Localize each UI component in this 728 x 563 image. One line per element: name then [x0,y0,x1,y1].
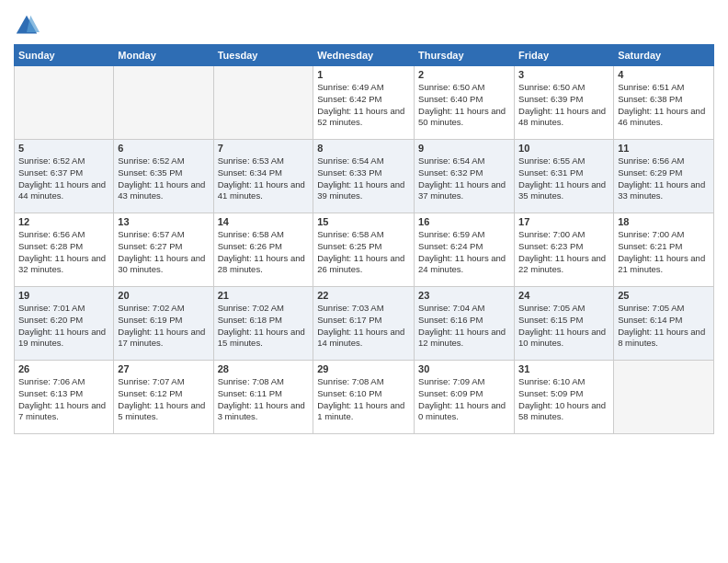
day-number: 16 [418,216,510,227]
day-info: Sunrise: 7:00 AMSunset: 6:21 PMDaylight:… [618,229,710,276]
calendar-cell-r0-c2 [213,66,313,140]
day-number: 12 [18,216,109,227]
day-number: 4 [618,69,710,80]
day-number: 24 [518,290,609,301]
day-number: 27 [118,363,209,374]
day-number: 30 [418,363,510,374]
day-number: 6 [118,143,209,154]
day-number: 31 [518,363,609,374]
day-info: Sunrise: 6:53 AMSunset: 6:34 PMDaylight:… [218,155,310,202]
calendar-cell-r1-c0: 5Sunrise: 6:52 AMSunset: 6:37 PMDaylight… [15,140,114,213]
day-number: 8 [317,143,410,154]
calendar: SundayMondayTuesdayWednesdayThursdayFrid… [14,44,714,434]
day-number: 22 [317,290,410,301]
day-number: 7 [218,143,310,154]
day-info: Sunrise: 7:04 AMSunset: 6:16 PMDaylight:… [418,303,510,350]
weekday-header-sunday: Sunday [15,45,114,66]
day-info: Sunrise: 7:08 AMSunset: 6:11 PMDaylight:… [218,376,310,423]
day-info: Sunrise: 7:05 AMSunset: 6:14 PMDaylight:… [618,303,710,350]
day-info: Sunrise: 7:07 AMSunset: 6:12 PMDaylight:… [118,376,209,423]
day-info: Sunrise: 7:09 AMSunset: 6:09 PMDaylight:… [418,376,510,423]
day-info: Sunrise: 6:50 AMSunset: 6:39 PMDaylight:… [518,82,609,129]
day-number: 10 [518,143,609,154]
calendar-cell-r2-c6: 18Sunrise: 7:00 AMSunset: 6:21 PMDayligh… [614,213,714,287]
day-number: 5 [18,143,109,154]
day-info: Sunrise: 7:05 AMSunset: 6:15 PMDaylight:… [518,303,609,350]
day-number: 1 [317,69,410,80]
day-number: 18 [618,216,710,227]
day-info: Sunrise: 6:52 AMSunset: 6:37 PMDaylight:… [18,155,109,202]
day-info: Sunrise: 7:01 AMSunset: 6:20 PMDaylight:… [18,303,109,350]
day-info: Sunrise: 6:54 AMSunset: 6:33 PMDaylight:… [317,155,410,202]
calendar-cell-r1-c6: 11Sunrise: 6:56 AMSunset: 6:29 PMDayligh… [614,140,714,213]
weekday-header-tuesday: Tuesday [213,45,313,66]
calendar-cell-r4-c3: 29Sunrise: 7:08 AMSunset: 6:10 PMDayligh… [313,361,415,434]
logo [14,13,41,39]
day-info: Sunrise: 6:51 AMSunset: 6:38 PMDaylight:… [618,82,710,129]
svg-marker-1 [27,16,40,32]
calendar-cell-r4-c2: 28Sunrise: 7:08 AMSunset: 6:11 PMDayligh… [213,361,313,434]
day-number: 26 [18,363,109,374]
calendar-cell-r0-c0 [15,66,114,140]
day-number: 2 [418,69,510,80]
day-number: 28 [218,363,310,374]
calendar-row-4: 26Sunrise: 7:06 AMSunset: 6:13 PMDayligh… [15,361,714,434]
calendar-cell-r1-c5: 10Sunrise: 6:55 AMSunset: 6:31 PMDayligh… [515,140,614,213]
calendar-cell-r3-c5: 24Sunrise: 7:05 AMSunset: 6:15 PMDayligh… [515,287,614,361]
calendar-cell-r1-c1: 6Sunrise: 6:52 AMSunset: 6:35 PMDaylight… [114,140,213,213]
calendar-cell-r1-c3: 8Sunrise: 6:54 AMSunset: 6:33 PMDaylight… [313,140,415,213]
day-number: 25 [618,290,710,301]
calendar-cell-r4-c5: 31Sunrise: 6:10 AMSunset: 5:09 PMDayligh… [515,361,614,434]
calendar-cell-r0-c3: 1Sunrise: 6:49 AMSunset: 6:42 PMDaylight… [313,66,415,140]
calendar-cell-r2-c3: 15Sunrise: 6:58 AMSunset: 6:25 PMDayligh… [313,213,415,287]
day-number: 3 [518,69,609,80]
weekday-header-wednesday: Wednesday [313,45,415,66]
calendar-cell-r0-c1 [114,66,213,140]
day-info: Sunrise: 6:50 AMSunset: 6:40 PMDaylight:… [418,82,510,129]
weekday-header-saturday: Saturday [614,45,714,66]
day-number: 11 [618,143,710,154]
calendar-cell-r3-c1: 20Sunrise: 7:02 AMSunset: 6:19 PMDayligh… [114,287,213,361]
day-info: Sunrise: 6:57 AMSunset: 6:27 PMDaylight:… [118,229,209,276]
calendar-row-3: 19Sunrise: 7:01 AMSunset: 6:20 PMDayligh… [15,287,714,361]
calendar-cell-r2-c0: 12Sunrise: 6:56 AMSunset: 6:28 PMDayligh… [15,213,114,287]
calendar-cell-r2-c1: 13Sunrise: 6:57 AMSunset: 6:27 PMDayligh… [114,213,213,287]
day-number: 13 [118,216,209,227]
weekday-header-monday: Monday [114,45,213,66]
day-info: Sunrise: 7:00 AMSunset: 6:23 PMDaylight:… [518,229,609,276]
calendar-cell-r3-c4: 23Sunrise: 7:04 AMSunset: 6:16 PMDayligh… [415,287,515,361]
calendar-row-2: 12Sunrise: 6:56 AMSunset: 6:28 PMDayligh… [15,213,714,287]
day-info: Sunrise: 6:49 AMSunset: 6:42 PMDaylight:… [317,82,410,129]
day-info: Sunrise: 7:08 AMSunset: 6:10 PMDaylight:… [317,376,410,423]
weekday-header-row: SundayMondayTuesdayWednesdayThursdayFrid… [15,45,714,66]
day-number: 21 [218,290,310,301]
day-number: 19 [18,290,109,301]
day-info: Sunrise: 6:59 AMSunset: 6:24 PMDaylight:… [418,229,510,276]
calendar-cell-r2-c2: 14Sunrise: 6:58 AMSunset: 6:26 PMDayligh… [213,213,313,287]
day-info: Sunrise: 6:55 AMSunset: 6:31 PMDaylight:… [518,155,609,202]
calendar-cell-r2-c4: 16Sunrise: 6:59 AMSunset: 6:24 PMDayligh… [415,213,515,287]
day-info: Sunrise: 6:54 AMSunset: 6:32 PMDaylight:… [418,155,510,202]
day-number: 14 [218,216,310,227]
calendar-cell-r4-c0: 26Sunrise: 7:06 AMSunset: 6:13 PMDayligh… [15,361,114,434]
day-info: Sunrise: 6:10 AMSunset: 5:09 PMDaylight:… [518,376,609,423]
day-info: Sunrise: 7:02 AMSunset: 6:19 PMDaylight:… [118,303,209,350]
calendar-cell-r1-c2: 7Sunrise: 6:53 AMSunset: 6:34 PMDaylight… [213,140,313,213]
weekday-header-friday: Friday [515,45,614,66]
day-info: Sunrise: 6:56 AMSunset: 6:29 PMDaylight:… [618,155,710,202]
calendar-cell-r3-c6: 25Sunrise: 7:05 AMSunset: 6:14 PMDayligh… [614,287,714,361]
calendar-cell-r0-c5: 3Sunrise: 6:50 AMSunset: 6:39 PMDaylight… [515,66,614,140]
day-number: 9 [418,143,510,154]
page-container: SundayMondayTuesdayWednesdayThursdayFrid… [0,0,728,443]
day-number: 17 [518,216,609,227]
calendar-cell-r0-c4: 2Sunrise: 6:50 AMSunset: 6:40 PMDaylight… [415,66,515,140]
header [14,9,714,39]
day-info: Sunrise: 7:02 AMSunset: 6:18 PMDaylight:… [218,303,310,350]
calendar-cell-r4-c6 [614,361,714,434]
calendar-cell-r0-c6: 4Sunrise: 6:51 AMSunset: 6:38 PMDaylight… [614,66,714,140]
calendar-row-1: 5Sunrise: 6:52 AMSunset: 6:37 PMDaylight… [15,140,714,213]
calendar-cell-r1-c4: 9Sunrise: 6:54 AMSunset: 6:32 PMDaylight… [415,140,515,213]
calendar-cell-r3-c3: 22Sunrise: 7:03 AMSunset: 6:17 PMDayligh… [313,287,415,361]
calendar-row-0: 1Sunrise: 6:49 AMSunset: 6:42 PMDaylight… [15,66,714,140]
day-info: Sunrise: 7:03 AMSunset: 6:17 PMDaylight:… [317,303,410,350]
